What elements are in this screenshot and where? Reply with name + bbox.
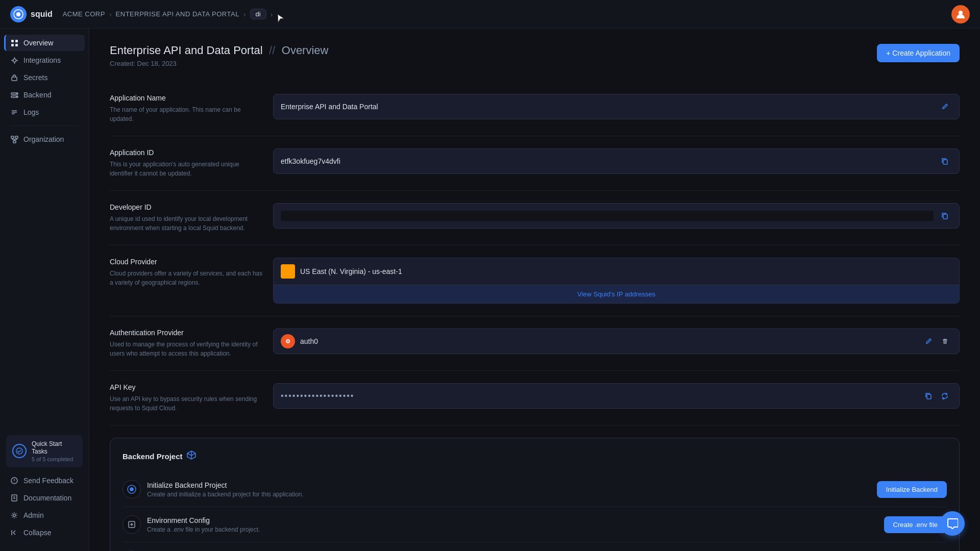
auth-provider-wrap: ⚙ auth0 — [273, 329, 960, 354]
auth-edit-button[interactable] — [921, 334, 936, 348]
backend-project-title: Backend Project — [122, 452, 183, 461]
sidebar-item-documentation[interactable]: Documentation — [4, 490, 85, 506]
secrets-icon — [10, 73, 18, 82]
page-title: Enterprise API and Data Portal // Overvi… — [110, 44, 328, 57]
aws-icon — [281, 264, 295, 279]
page-subtitle: Created: Dec 18, 2023 — [110, 60, 328, 67]
breadcrumb-current[interactable]: di — [250, 9, 266, 19]
page-title-sub: Overview — [282, 44, 329, 57]
api-key-copy-button[interactable] — [921, 389, 936, 403]
sidebar-label-integrations: Integrations — [23, 56, 61, 64]
sidebar-bottom: Quick Start Tasks 5 of 5 completed Send … — [0, 431, 89, 545]
env-config-desc: Create a .env file in your backend proje… — [147, 526, 260, 533]
sidebar-item-backend[interactable]: Backend — [4, 87, 85, 103]
svg-rect-6 — [15, 44, 18, 46]
app-id-section: Application ID This is your application'… — [110, 136, 960, 191]
sidebar-item-organization[interactable]: Organization — [4, 131, 85, 147]
view-ip-addresses-button[interactable]: View Squid's IP addresses — [274, 285, 959, 303]
sidebar-item-send-feedback[interactable]: Send Feedback — [4, 472, 85, 489]
sidebar-nav: Overview Integrations Secrets Backend — [0, 35, 89, 431]
main-layout: Overview Integrations Secrets Backend — [0, 29, 980, 551]
auth-provider-section: Authentication Provider Used to manage t… — [110, 316, 960, 371]
sidebar-item-integrations[interactable]: Integrations — [4, 52, 85, 68]
sidebar-label-organization: Organization — [23, 135, 64, 143]
svg-rect-15 — [13, 141, 16, 143]
sidebar-label-backend: Backend — [23, 91, 51, 99]
sidebar: Overview Integrations Secrets Backend — [0, 29, 89, 551]
sidebar-label-overview: Overview — [23, 39, 53, 47]
env-config-label: Environment Config — [147, 516, 260, 524]
auth-delete-button[interactable] — [938, 334, 952, 348]
svg-rect-22 — [943, 214, 947, 219]
docs-label: Documentation — [23, 494, 71, 502]
feedback-icon — [10, 477, 18, 485]
integrations-icon — [10, 56, 18, 64]
init-backend-desc: Create and initialize a backend project … — [147, 491, 304, 498]
quick-start-subtitle: 5 of 5 completed — [32, 456, 77, 462]
quick-start-title: Quick Start Tasks — [32, 440, 77, 456]
app-name-edit-button[interactable] — [938, 99, 952, 114]
svg-rect-13 — [11, 136, 14, 138]
quick-start-circle — [12, 444, 27, 458]
api-key-refresh-button[interactable] — [938, 389, 952, 403]
api-key-label: API Key — [110, 383, 263, 391]
api-key-actions — [921, 389, 952, 403]
app-name-value: Enterprise API and Data Portal — [281, 103, 934, 111]
svg-rect-5 — [11, 44, 14, 46]
auth-actions — [921, 334, 952, 348]
quick-start-info: Quick Start Tasks 5 of 5 completed — [32, 440, 77, 462]
breadcrumb-sep-3: › — [271, 10, 273, 18]
app-name-desc: The name of your application. This name … — [110, 105, 263, 123]
sidebar-item-admin[interactable]: Admin — [4, 507, 85, 523]
create-application-button[interactable]: + Create Application — [877, 44, 960, 62]
svg-rect-14 — [15, 136, 18, 138]
breadcrumb-sep-2: › — [243, 10, 246, 18]
backend-project-icon — [187, 450, 196, 462]
overview-icon — [10, 39, 18, 47]
developer-id-label: Developer ID — [110, 203, 263, 211]
logo-text: squid — [31, 10, 53, 19]
breadcrumb: ACME CORP › ENTERPRISE API AND DATA PORT… — [63, 9, 951, 19]
quick-start-box[interactable]: Quick Start Tasks 5 of 5 completed — [6, 435, 83, 467]
sidebar-label-secrets: Secrets — [23, 73, 47, 82]
developer-id-masked — [281, 211, 934, 221]
svg-rect-8 — [12, 77, 17, 81]
top-nav: squid ACME CORP › ENTERPRISE API AND DAT… — [0, 0, 980, 29]
app-id-copy-button[interactable] — [938, 154, 952, 168]
svg-point-19 — [13, 514, 16, 517]
auth-provider-name: auth0 — [300, 337, 916, 345]
sidebar-item-logs[interactable]: Logs — [4, 104, 85, 120]
page-title-main: Enterprise API and Data Portal — [110, 44, 263, 57]
auth0-icon: ⚙ — [281, 334, 295, 348]
developer-id-section: Developer ID A unique id used to identif… — [110, 191, 960, 245]
env-vars-row: Environment Variables Display the curren… — [122, 542, 947, 551]
breadcrumb-portal[interactable]: ENTERPRISE API AND DATA PORTAL — [116, 10, 239, 18]
env-config-row: Environment Config Create a .env file in… — [122, 507, 947, 542]
cloud-provider-wrap: US East (N. Virginia) - us-east-1 View S… — [273, 258, 960, 304]
page-header: Enterprise API and Data Portal // Overvi… — [110, 44, 960, 67]
env-config-icon — [122, 515, 141, 534]
logo-area: squid — [10, 6, 53, 22]
initialize-backend-button[interactable]: Initialize Backend — [877, 481, 947, 498]
sidebar-item-overview[interactable]: Overview — [4, 35, 85, 51]
auth-provider-label: Authentication Provider — [110, 329, 263, 337]
sidebar-item-secrets[interactable]: Secrets — [4, 69, 85, 86]
avatar[interactable] — [951, 5, 970, 23]
app-name-label: Application Name — [110, 94, 263, 102]
developer-id-copy-button[interactable] — [938, 209, 952, 223]
cloud-provider-top: US East (N. Virginia) - us-east-1 — [274, 258, 959, 285]
init-backend-icon — [122, 480, 141, 498]
breadcrumb-sep-1: › — [109, 10, 112, 18]
api-key-desc: Use an API key to bypass security rules … — [110, 394, 263, 413]
admin-icon — [10, 511, 18, 519]
create-env-file-button[interactable]: Create .env file — [884, 516, 947, 533]
backend-icon — [10, 91, 18, 99]
chat-button[interactable] — [940, 511, 965, 536]
sidebar-item-collapse[interactable]: Collapse — [4, 524, 85, 541]
cloud-provider-field-info: Cloud Provider Cloud providers offer a v… — [110, 258, 263, 287]
api-key-wrap: ••••••••••••••••••• — [273, 383, 960, 409]
page-title-area: Enterprise API and Data Portal // Overvi… — [110, 44, 328, 67]
api-key-field-info: API Key Use an API key to bypass securit… — [110, 383, 263, 413]
env-config-text: Environment Config Create a .env file in… — [147, 516, 260, 533]
breadcrumb-acme[interactable]: ACME CORP — [63, 10, 105, 18]
